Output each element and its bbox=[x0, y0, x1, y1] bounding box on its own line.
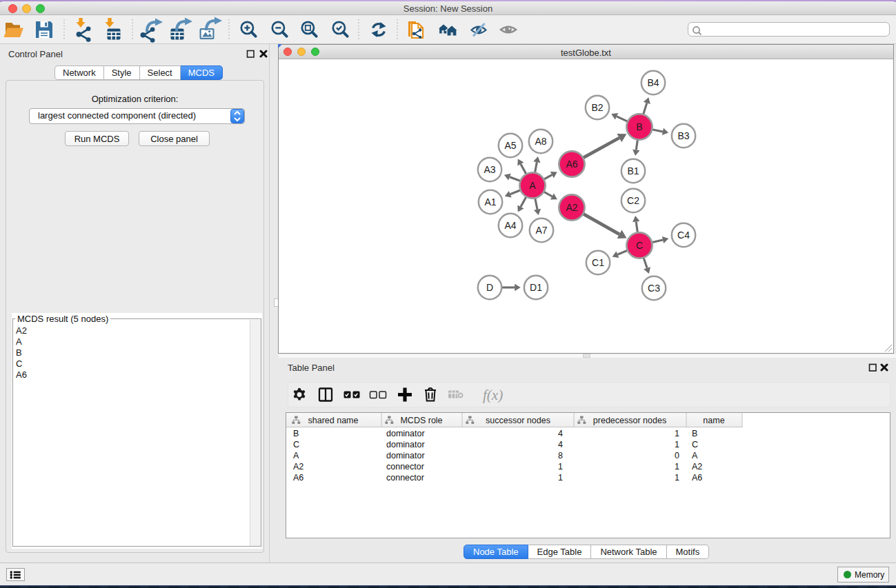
svg-text:A: A bbox=[692, 451, 698, 460]
svg-text:1: 1 bbox=[675, 440, 679, 449]
svg-text:f(x): f(x) bbox=[483, 387, 503, 403]
svg-text:C: C bbox=[692, 440, 698, 449]
svg-text:A: A bbox=[293, 451, 299, 460]
svg-text:A6: A6 bbox=[692, 473, 702, 483]
svg-text:connector: connector bbox=[386, 473, 424, 483]
svg-text:dominator: dominator bbox=[386, 451, 425, 460]
svg-text:dominator: dominator bbox=[386, 429, 425, 438]
svg-text:shared name: shared name bbox=[308, 416, 359, 425]
svg-text:1: 1 bbox=[675, 429, 679, 438]
svg-text:predecessor nodes: predecessor nodes bbox=[593, 416, 666, 425]
svg-text:name: name bbox=[703, 416, 724, 425]
svg-text:A2: A2 bbox=[692, 462, 702, 472]
svg-text:4: 4 bbox=[558, 440, 563, 449]
svg-text:dominator: dominator bbox=[386, 440, 425, 449]
svg-text:C: C bbox=[293, 440, 299, 449]
svg-text:8: 8 bbox=[558, 451, 563, 460]
svg-text:B: B bbox=[692, 429, 697, 438]
svg-text:successor nodes: successor nodes bbox=[486, 416, 550, 425]
svg-text:1: 1 bbox=[558, 462, 563, 472]
svg-text:MCDS role: MCDS role bbox=[400, 416, 442, 425]
svg-text:B: B bbox=[293, 429, 299, 438]
svg-text:0: 0 bbox=[675, 451, 679, 460]
svg-text:A6: A6 bbox=[293, 473, 303, 483]
svg-text:A2: A2 bbox=[293, 462, 303, 472]
svg-text:1: 1 bbox=[675, 473, 679, 483]
svg-text:1: 1 bbox=[675, 462, 679, 472]
svg-text:connector: connector bbox=[386, 462, 424, 472]
svg-text:4: 4 bbox=[558, 429, 563, 438]
svg-text:1: 1 bbox=[558, 473, 563, 483]
